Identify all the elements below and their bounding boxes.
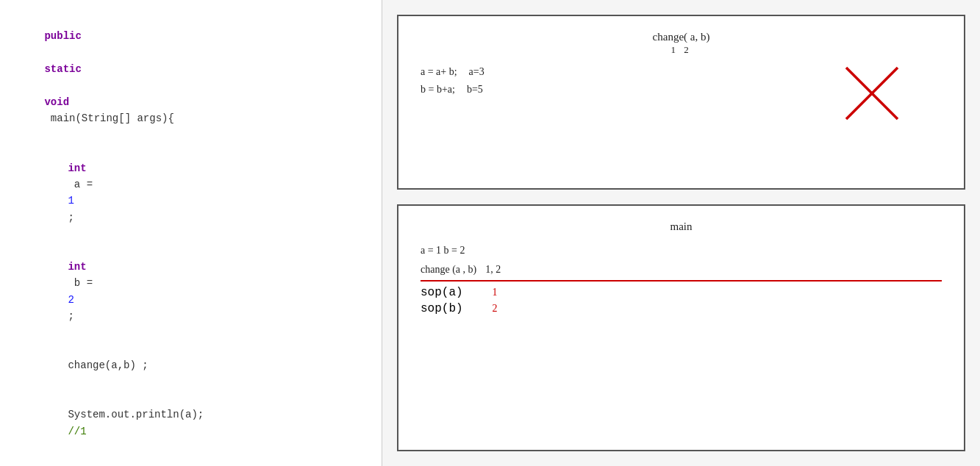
kw-public: public: [44, 30, 81, 42]
kw-int-b: int: [68, 261, 86, 273]
main-frame-title: main: [421, 221, 942, 233]
main-sig-line: public static void main(String[] args){: [7, 12, 382, 143]
change-call-line: change(a,b) ;: [7, 341, 382, 390]
change-frame-title: change( a, b) 1 2: [421, 31, 942, 56]
main-method-block: public static void main(String[] args){ …: [7, 12, 382, 466]
main-ab-row: a = 1 b = 2: [421, 245, 942, 257]
main-change-row: change (a , b) 1, 2: [421, 264, 942, 282]
kw-static: static: [44, 63, 81, 75]
comment-1: //1: [68, 426, 86, 437]
code-panel: public static void main(String[] args){ …: [0, 0, 382, 466]
num-1: 1: [68, 195, 74, 207]
sop-a-row: sop(a) 1: [421, 286, 942, 299]
diagram-panel: change( a, b) 1 2 a = a+ b; a=3 b = b+a;…: [382, 0, 980, 466]
x-mark: [839, 60, 905, 130]
kw-void: void: [44, 96, 69, 108]
sop-b-row: sop(b) 2: [421, 302, 942, 315]
sop-a-line: System.out.println(a); //1: [7, 390, 382, 456]
int-b-line: int b = 2 ;: [7, 242, 382, 340]
int-a-line: int a = 1 ;: [7, 143, 382, 242]
kw-int-a: int: [68, 162, 86, 174]
main-frame-box: main a = 1 b = 2 change (a , b) 1, 2 sop…: [397, 204, 965, 451]
num-2: 2: [68, 294, 74, 306]
change-frame-box: change( a, b) 1 2 a = a+ b; a=3 b = b+a;…: [397, 15, 965, 190]
sop-b-line: System.out.println(b); // 2: [7, 456, 382, 466]
